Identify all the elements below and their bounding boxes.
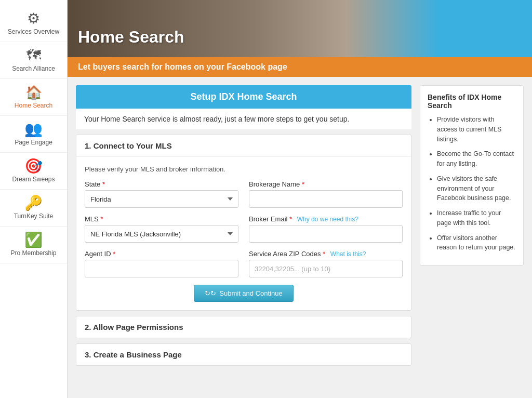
form-group-broker-email: Broker Email * Why do we need this? (249, 215, 403, 243)
refresh-icon: ↻ (205, 289, 216, 297)
hero-title: Home Search (78, 28, 184, 47)
turnkey-icon (24, 196, 43, 210)
sidebar-item-home-search[interactable]: Home Search (0, 79, 67, 116)
sidebar-item-label: Services Overview (8, 28, 59, 35)
form-group-brokerage: Brokerage Name * (249, 180, 403, 208)
main-content: Home Search Let buyers search for homes … (68, 0, 532, 398)
section3-title: 3. Create a Business Page (85, 350, 403, 359)
benefit-item: Give visitors the safe environment of yo… (437, 174, 516, 203)
sidebar-item-pro-membership[interactable]: Pro Membership (0, 227, 67, 263)
sidebar-item-label: Dream Sweeps (12, 176, 55, 183)
brokerage-input[interactable] (249, 190, 403, 208)
form-body: Please verify your MLS and broker inform… (76, 157, 411, 310)
pro-icon (24, 233, 43, 247)
state-select[interactable]: Florida (85, 190, 238, 208)
submit-continue-button[interactable]: ↻ Submit and Continue (194, 285, 293, 302)
benefit-item: Offer visitors another reason to return … (437, 233, 516, 253)
form-row-agent-zip: Agent ID * Service Area ZIP Codes * What… (85, 250, 403, 277)
hero-subtitle: Let buyers search for homes on your Face… (68, 57, 532, 77)
section-page-permissions[interactable]: 2. Allow Page Permissions (76, 316, 411, 338)
section-business-page[interactable]: 3. Create a Business Page (76, 343, 411, 366)
right-panel: Benefits of IDX Home Search Provide visi… (420, 85, 524, 390)
sidebar-item-turnkey-suite[interactable]: TurnKey Suite (0, 190, 67, 227)
broker-email-label: Broker Email * Why do we need this? (249, 215, 403, 223)
sidebar-item-dream-sweeps[interactable]: Dream Sweeps (0, 153, 67, 190)
service-area-label: Service Area ZIP Codes * What is this? (249, 250, 403, 258)
home-icon (25, 85, 42, 100)
section-connect-mls: 1. Connect to Your MLS Please verify you… (76, 135, 411, 311)
engage-icon (24, 122, 43, 137)
agent-id-label: Agent ID * (85, 250, 238, 258)
benefit-item: Increase traffic to your page with this … (437, 208, 516, 228)
benefits-list: Provide visitors with access to current … (428, 115, 516, 253)
form-row-mls-broker: MLS * NE Florida MLS (Jacksonville) Brok… (85, 215, 403, 243)
submit-row: ↻ Submit and Continue (85, 285, 403, 302)
benefits-title: Benefits of IDX Home Search (428, 93, 516, 110)
setup-section: Setup IDX Home Search Your Home Search s… (76, 85, 411, 129)
sidebar-item-services-overview[interactable]: Services Overview (0, 5, 67, 42)
sidebar-item-label: Page Engage (15, 139, 52, 146)
hero-banner: Home Search (68, 0, 532, 57)
form-group-service-area: Service Area ZIP Codes * What is this? (249, 250, 403, 277)
form-group-agent-id: Agent ID * (85, 250, 238, 277)
section2-title: 2. Allow Page Permissions (85, 323, 403, 331)
section1-title: 1. Connect to Your MLS (76, 135, 411, 157)
form-row-state-brokerage: State * Florida Brokerage Name * (85, 180, 403, 208)
brokerage-label: Brokerage Name * (249, 180, 403, 188)
sidebar: Services Overview Search Alliance Home S… (0, 0, 68, 398)
sidebar-item-search-alliance[interactable]: Search Alliance (0, 42, 67, 79)
sidebar-item-label: Search Alliance (12, 65, 55, 72)
sidebar-item-page-engage[interactable]: Page Engage (0, 116, 67, 153)
gear-icon (27, 11, 40, 26)
state-label: State * (85, 180, 238, 188)
setup-header: Setup IDX Home Search (76, 85, 411, 109)
mls-select[interactable]: NE Florida MLS (Jacksonville) (85, 225, 238, 243)
sidebar-item-label: Pro Membership (10, 249, 56, 257)
sidebar-item-label: TurnKey Suite (14, 213, 54, 220)
map-icon (26, 48, 41, 63)
sweeps-icon (24, 159, 43, 174)
agent-id-input[interactable] (85, 260, 238, 277)
setup-description: Your Home Search service is almost ready… (76, 109, 411, 129)
broker-email-input[interactable] (249, 225, 403, 243)
mls-label: MLS * (85, 215, 238, 223)
left-panel: Setup IDX Home Search Your Home Search s… (76, 85, 411, 390)
form-group-state: State * Florida (85, 180, 238, 208)
benefit-item: Provide visitors with access to current … (437, 115, 516, 144)
service-area-help-link[interactable]: What is this? (330, 250, 366, 258)
benefits-box: Benefits of IDX Home Search Provide visi… (420, 85, 524, 266)
sidebar-item-label: Home Search (15, 102, 52, 109)
service-area-input[interactable] (249, 260, 403, 277)
form-hint: Please verify your MLS and broker inform… (85, 165, 403, 173)
content-area: Setup IDX Home Search Your Home Search s… (68, 77, 532, 398)
benefit-item: Become the Go-To contact for any listing… (437, 149, 516, 169)
form-group-mls: MLS * NE Florida MLS (Jacksonville) (85, 215, 238, 243)
broker-email-help-link[interactable]: Why do we need this? (297, 216, 358, 223)
